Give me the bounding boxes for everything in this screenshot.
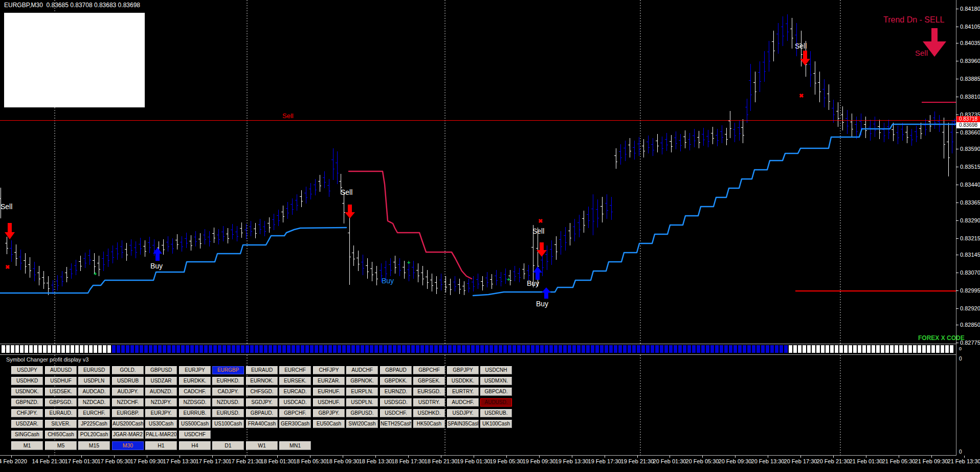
symbol-button-chfjpy[interactable]: CHFJPY. <box>11 409 43 417</box>
symbol-button-gbpchf[interactable]: GBPCHF. <box>279 409 311 417</box>
symbol-button-gbpusd[interactable]: GBPUSD <box>145 366 177 374</box>
symbol-button-eurzar[interactable]: EURZAR. <box>313 377 345 385</box>
symbol-button-chi50cash[interactable]: CHI50Cash <box>45 431 77 439</box>
symbol-button-usdjpy[interactable]: USDJPY. <box>447 409 479 417</box>
symbol-button-us30cash[interactable]: US30Cash <box>145 420 177 428</box>
symbol-button-aus200cash[interactable]: AUS200Cash <box>112 420 144 428</box>
symbol-button-usdnok[interactable]: USDNOK. <box>11 388 43 396</box>
symbol-button-cadchf[interactable]: CADCHF. <box>179 388 211 396</box>
symbol-button-singcash[interactable]: SINGCash <box>11 431 43 439</box>
symbol-button-ger30cash[interactable]: GER30Cash <box>279 420 311 428</box>
symbol-button-eurcad[interactable]: EURCAD. <box>279 388 311 396</box>
symbol-button-eurgbp[interactable]: EURGBP. <box>112 409 144 417</box>
symbol-button-usdsek[interactable]: USDSEK. <box>45 388 77 396</box>
timeframe-button-h4[interactable]: H4 <box>179 441 211 450</box>
symbol-button-usdcnh[interactable]: USDCNH <box>480 366 512 374</box>
symbol-button-eurtry[interactable]: EURTRY. <box>447 388 479 396</box>
symbol-button-gbpaud[interactable]: GBPAUD <box>380 366 412 374</box>
symbol-button-usdpln[interactable]: USDPLN <box>78 377 110 385</box>
symbol-button-silver[interactable]: SILVER. <box>45 420 77 428</box>
subwindow-separator-2[interactable] <box>0 354 956 355</box>
symbol-button-gbpsgd[interactable]: GBPSGD. <box>45 398 77 407</box>
subwindow-separator-3[interactable] <box>0 455 956 456</box>
symbol-button-audchf[interactable]: AUDCHF <box>346 366 378 374</box>
timeframe-button-w1[interactable]: W1 <box>246 441 278 450</box>
symbol-button-eurnzd[interactable]: EURNZD. <box>380 388 412 396</box>
symbol-button-pall-mar20[interactable]: PALL-MAR20 <box>145 431 177 439</box>
symbol-button-eurusd[interactable]: EURUSD <box>78 366 110 374</box>
timeframe-button-m15[interactable]: M15 <box>78 441 110 450</box>
symbol-button-gold[interactable]: GOLD. <box>112 366 144 374</box>
subwindow-separator-1[interactable] <box>0 344 956 344</box>
symbol-button-nzdsgd[interactable]: NZDSGD. <box>179 398 211 407</box>
symbol-button-chfjpy[interactable]: CHFJPY <box>313 366 345 374</box>
symbol-button-nzdjpy[interactable]: NZDJPY. <box>145 398 177 407</box>
symbol-button-eurhuf[interactable]: EURHUF. <box>313 388 345 396</box>
symbol-button-usdhkd[interactable]: USDHKD <box>11 377 43 385</box>
symbol-button-usdmxn[interactable]: USDMXN. <box>480 377 512 385</box>
symbol-button-gbpdkk[interactable]: GBPDKK. <box>380 377 412 385</box>
symbol-button-audusd[interactable]: AUDUSD. <box>480 398 512 407</box>
symbol-button-usdchf[interactable]: USDCHF. <box>380 409 412 417</box>
symbol-button-uk100cash[interactable]: UK100Cash <box>480 420 512 428</box>
timeframe-button-mn1[interactable]: MN1 <box>279 441 311 450</box>
symbol-button-us500cash[interactable]: US500Cash <box>179 420 211 428</box>
symbol-button-nzdusd[interactable]: NZDUSD. <box>212 398 244 407</box>
symbol-button-usdhuf[interactable]: USDHUF <box>45 377 77 385</box>
symbol-button-eurnok[interactable]: EURNOK. <box>246 377 278 385</box>
symbol-button-gbpchf[interactable]: GBPCHF <box>413 366 445 374</box>
symbol-button-eurgbp[interactable]: EURGBP <box>212 366 244 374</box>
symbol-button-usdcad[interactable]: USDCAD. <box>279 398 311 407</box>
symbol-button-gbpnzd[interactable]: GBPNZD. <box>11 398 43 407</box>
symbol-button-eurchf[interactable]: EURCHF <box>279 366 311 374</box>
symbol-button-usdchf[interactable]: USDCHF <box>179 431 211 439</box>
symbol-button-eursgd[interactable]: EURSGD. <box>413 388 445 396</box>
symbol-button-eu50cash[interactable]: EU50Cash <box>313 420 345 428</box>
symbol-button-usdhuf[interactable]: USDHUF. <box>313 398 345 407</box>
symbol-button-cadjpy[interactable]: CADJPY. <box>212 388 244 396</box>
symbol-button-jgar-mar2[interactable]: JGAR-MAR2 <box>112 431 144 439</box>
symbol-button-gbpjpy[interactable]: GBPJPY <box>447 366 479 374</box>
symbol-button-fra40cash[interactable]: FRA40Cash <box>246 420 278 428</box>
symbol-button-neth25cash[interactable]: NETH25Cash <box>380 420 412 428</box>
symbol-button-gbpnok[interactable]: GBPNOK. <box>346 377 378 385</box>
symbol-button-euraud[interactable]: EURAUD <box>246 366 278 374</box>
symbol-button-usdhkd[interactable]: USDHKD. <box>413 409 445 417</box>
symbol-button-sgdjpy[interactable]: SGDJPY. <box>246 398 278 407</box>
symbol-button-gbpsek[interactable]: GBPSEK. <box>413 377 445 385</box>
symbol-button-nzdchf[interactable]: NZDCHF. <box>112 398 144 407</box>
symbol-button-eurjpy[interactable]: EURJPY <box>179 366 211 374</box>
symbol-button-usdtry[interactable]: USDTRY. <box>413 398 445 407</box>
timeframe-button-m30[interactable]: M30 <box>112 441 144 450</box>
symbol-button-nzdcad[interactable]: NZDCAD. <box>78 398 110 407</box>
symbol-button-eurusd[interactable]: EURUSD. <box>212 409 244 417</box>
symbol-button-euraud[interactable]: EURAUD. <box>45 409 77 417</box>
symbol-button-gbpcad[interactable]: GBPCAD. <box>480 388 512 396</box>
timeframe-button-m5[interactable]: M5 <box>45 441 77 450</box>
symbol-button-usdrub[interactable]: USDRUB <box>112 377 144 385</box>
timeframe-button-d1[interactable]: D1 <box>212 441 244 450</box>
symbol-button-jp225cash[interactable]: JP225Cash <box>78 420 110 428</box>
symbol-button-hk50cash[interactable]: HK50Cash <box>413 420 445 428</box>
symbol-button-audjpy[interactable]: AUDJPY. <box>112 388 144 396</box>
timeframe-button-m1[interactable]: M1 <box>11 441 43 450</box>
symbol-button-eurhkd[interactable]: EURHKD. <box>212 377 244 385</box>
symbol-button-eurrub[interactable]: EURRUB. <box>179 409 211 417</box>
symbol-button-audusd[interactable]: AUDUSD <box>45 366 77 374</box>
symbol-button-swi20cash[interactable]: SWI20Cash <box>346 420 378 428</box>
symbol-button-usdpln[interactable]: USDPLN. <box>346 398 378 407</box>
symbol-button-eurjpy[interactable]: EURJPY. <box>145 409 177 417</box>
symbol-button-usdzar[interactable]: USDZAR. <box>11 420 43 428</box>
symbol-button-chfsgd[interactable]: CHFSGD. <box>246 388 278 396</box>
symbol-button-gbpaud[interactable]: GBPAUD. <box>246 409 278 417</box>
symbol-button-audcad[interactable]: AUDCAD. <box>78 388 110 396</box>
symbol-button-usdjpy[interactable]: USDJPY <box>11 366 43 374</box>
symbol-button-eurpln[interactable]: EURPLN. <box>346 388 378 396</box>
symbol-button-spain35cash[interactable]: SPAIN35Cash <box>447 420 479 428</box>
symbol-button-audchf[interactable]: AUDCHF. <box>447 398 479 407</box>
symbol-button-usddkk[interactable]: USDDKK. <box>447 377 479 385</box>
symbol-button-gbpjpy[interactable]: GBPJPY. <box>313 409 345 417</box>
symbol-button-usdrub[interactable]: USDRUB. <box>480 409 512 417</box>
symbol-button-usdzar[interactable]: USDZAR <box>145 377 177 385</box>
symbol-button-us100cash[interactable]: US100Cash <box>212 420 244 428</box>
